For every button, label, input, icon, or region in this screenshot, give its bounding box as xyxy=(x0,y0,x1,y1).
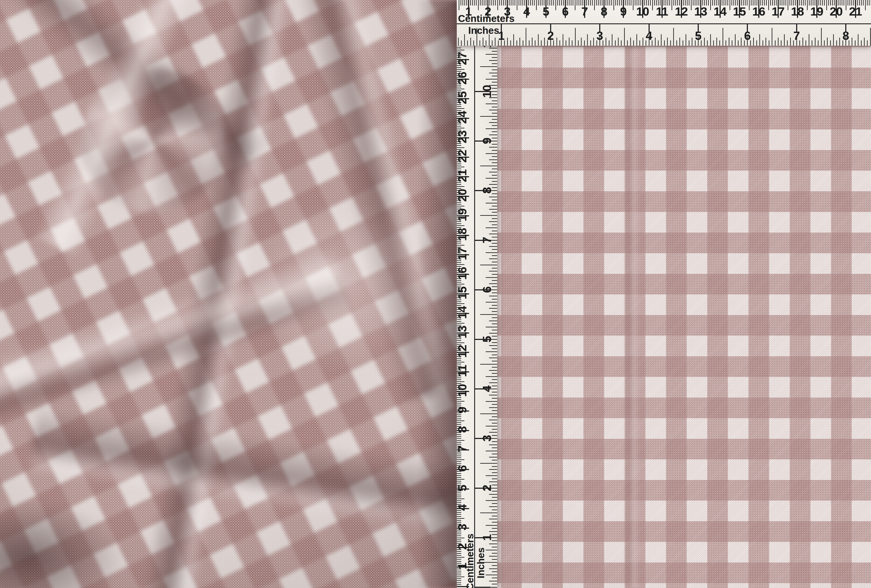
eighth-inch-tick xyxy=(489,482,497,482)
mm-tick xyxy=(457,165,461,165)
sixteenth-inch-tick xyxy=(492,584,497,584)
mm-tick xyxy=(495,0,496,6)
mm-tick xyxy=(629,0,629,6)
eighth-inch-tick xyxy=(489,345,497,346)
sixteenth-inch-tick xyxy=(621,40,621,46)
cm-tick xyxy=(457,586,469,587)
mm-tick xyxy=(689,0,689,6)
inch-number: 9 xyxy=(481,138,493,144)
sixteenth-inch-tick xyxy=(492,559,497,560)
quarter-inch-tick xyxy=(486,252,497,253)
half-cm-tick xyxy=(457,518,464,519)
mm-tick xyxy=(457,143,461,144)
mm-tick xyxy=(770,0,771,6)
half-inch-tick xyxy=(480,265,497,265)
mm-tick xyxy=(457,319,461,320)
eighth-inch-tick xyxy=(489,469,497,470)
sixteenth-inch-tick xyxy=(837,40,837,46)
half-cm-tick xyxy=(457,147,464,148)
cm-number: 1 xyxy=(465,6,471,18)
sixteenth-inch-tick xyxy=(492,113,497,114)
sixteenth-inch-tick xyxy=(670,40,671,46)
half-cm-tick xyxy=(457,362,464,362)
sixteenth-inch-tick xyxy=(492,460,497,461)
half-inch-tick xyxy=(480,116,497,117)
mm-tick xyxy=(790,0,790,6)
sixteenth-inch-tick xyxy=(492,255,497,256)
cm-number: 4 xyxy=(523,6,530,18)
cm-number: 2 xyxy=(457,543,468,550)
mm-tick xyxy=(457,163,461,163)
vertical-ruler: Centimeters Inches 123456789101112131415… xyxy=(457,46,497,588)
mm-tick xyxy=(532,0,533,6)
sixteenth-inch-tick xyxy=(560,40,560,46)
mm-tick xyxy=(457,221,461,222)
cm-number: 5 xyxy=(457,485,468,491)
mm-tick xyxy=(457,582,461,583)
mm-tick xyxy=(457,126,461,127)
sixteenth-inch-tick xyxy=(492,119,497,120)
half-inch-tick xyxy=(480,314,497,315)
mm-tick xyxy=(805,0,805,6)
eighth-inch-tick xyxy=(489,147,497,148)
sixteenth-inch-tick xyxy=(689,40,689,46)
eighth-inch-tick xyxy=(489,233,497,234)
sixteenth-inch-tick xyxy=(769,40,769,46)
fabric-photo-stage: Centimeters Inches 123456789101112131415… xyxy=(0,0,871,588)
mm-tick xyxy=(457,475,461,476)
cm-number: 19 xyxy=(457,208,468,221)
cm-number: 3 xyxy=(457,524,468,530)
half-cm-tick xyxy=(691,0,691,10)
mm-tick xyxy=(631,0,632,6)
quarter-inch-tick xyxy=(486,500,497,501)
sixteenth-inch-tick xyxy=(492,274,497,275)
mm-tick xyxy=(457,553,461,554)
mm-tick xyxy=(596,0,597,6)
inch-number: 4 xyxy=(481,386,493,392)
mm-tick xyxy=(457,571,461,572)
mm-tick xyxy=(457,110,461,111)
cm-number: 21 xyxy=(849,6,862,18)
inch-number: 6 xyxy=(481,287,493,293)
mm-tick xyxy=(457,473,461,474)
eighth-inch-tick xyxy=(507,37,508,46)
mm-tick xyxy=(592,0,593,6)
mm-tick xyxy=(457,534,461,534)
eighth-inch-tick xyxy=(495,37,495,46)
eighth-inch-tick xyxy=(581,37,582,46)
eighth-inch-tick xyxy=(489,296,497,296)
eighth-inch-tick xyxy=(489,110,497,110)
mm-tick xyxy=(457,497,461,497)
sixteenth-inch-tick xyxy=(492,503,497,504)
sixteenth-inch-tick xyxy=(516,40,517,46)
mm-tick xyxy=(457,516,461,517)
mm-tick xyxy=(457,358,461,359)
cm-number: 18 xyxy=(457,228,468,241)
half-inch-tick xyxy=(480,513,497,513)
sixteenth-inch-tick xyxy=(492,379,497,380)
sixteenth-inch-tick xyxy=(492,398,497,399)
mm-tick xyxy=(669,0,670,6)
half-inch-tick xyxy=(480,562,497,563)
sixteenth-inch-tick xyxy=(627,40,628,46)
sixteenth-inch-tick xyxy=(867,40,868,46)
eighth-inch-tick xyxy=(489,531,497,532)
quarter-inch-tick xyxy=(486,153,497,154)
sixteenth-inch-tick xyxy=(492,547,497,548)
sixteenth-inch-tick xyxy=(492,212,497,212)
inch-number: 2 xyxy=(547,30,554,42)
inch-number: 4 xyxy=(646,30,652,42)
half-cm-tick xyxy=(517,0,517,10)
eighth-inch-tick xyxy=(753,37,754,46)
sixteenth-inch-tick xyxy=(492,40,492,46)
half-inch-tick xyxy=(870,28,871,46)
cm-number: 13 xyxy=(694,6,707,18)
eighth-inch-tick xyxy=(489,320,497,321)
mm-tick xyxy=(457,338,461,339)
mm-tick xyxy=(457,397,461,398)
mm-tick xyxy=(457,416,461,417)
mm-tick xyxy=(457,581,461,581)
sixteenth-inch-tick xyxy=(492,218,497,219)
quarter-inch-tick xyxy=(486,103,497,104)
sixteenth-inch-tick xyxy=(738,40,739,46)
